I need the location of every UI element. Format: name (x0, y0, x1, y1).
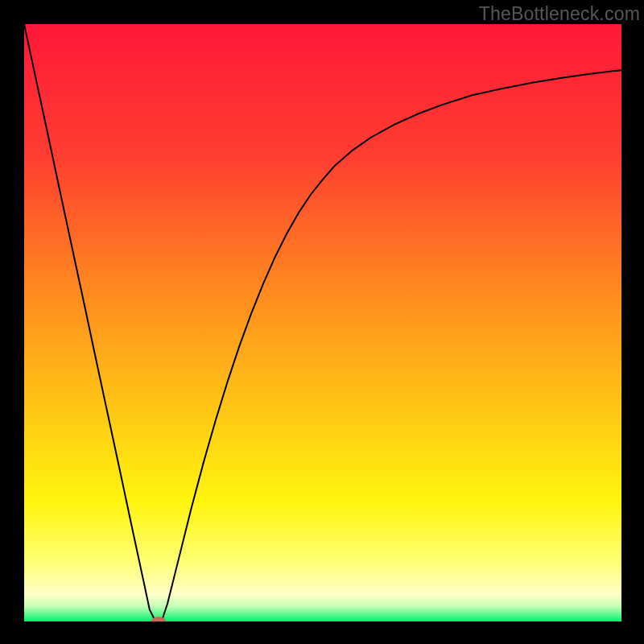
bottleneck-curve (24, 24, 621, 621)
chart-root: { "watermark": "TheBottleneck.com", "col… (0, 0, 644, 644)
watermark-label: TheBottleneck.com (479, 3, 640, 25)
plot-area (24, 24, 621, 621)
